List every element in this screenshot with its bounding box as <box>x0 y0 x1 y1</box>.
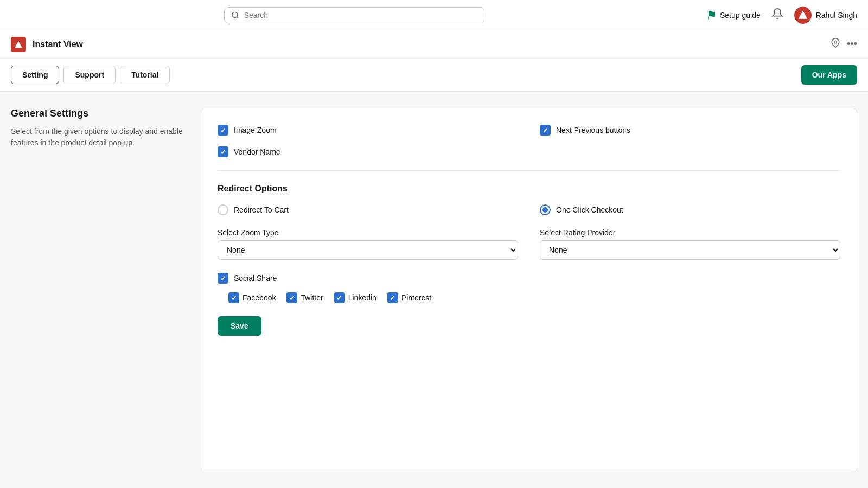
notification-bell[interactable] <box>771 8 783 22</box>
image-zoom-checkbox[interactable] <box>218 125 228 136</box>
top-navigation: Setup guide Rahul Singh <box>0 0 868 30</box>
setup-guide-label: Setup guide <box>720 11 761 20</box>
search-bar[interactable] <box>224 7 484 23</box>
our-apps-button[interactable]: Our Apps <box>801 65 857 85</box>
vendor-name-checkbox[interactable] <box>218 146 228 157</box>
linkedin-label: Linkedin <box>348 293 376 302</box>
social-share-section: Social Share Facebook Twitter Linkedin <box>218 273 840 303</box>
svg-marker-3 <box>798 10 807 18</box>
general-checkboxes: Image Zoom Next Previous buttons Vendor … <box>218 125 840 157</box>
more-options-icon[interactable]: ••• <box>847 38 857 50</box>
radio-redirect-cart[interactable]: Redirect To Cart <box>218 204 518 215</box>
pin-icon[interactable] <box>831 38 840 50</box>
tab-setting[interactable]: Setting <box>11 66 59 84</box>
zoom-type-label: Select Zoom Type <box>218 228 518 237</box>
social-share-toggle[interactable]: Social Share <box>218 273 840 284</box>
one-click-checkout-label: One Click Checkout <box>556 206 623 214</box>
pinterest-checkbox[interactable] <box>387 292 398 303</box>
zoom-type-group: Select Zoom Type None Inner Zoom Lens Zo… <box>218 228 518 260</box>
radio-one-click[interactable]: One Click Checkout <box>540 204 840 215</box>
panel-title: General Settings <box>11 108 184 119</box>
user-name: Rahul Singh <box>816 11 857 20</box>
select-fields: Select Zoom Type None Inner Zoom Lens Zo… <box>218 228 840 260</box>
checkbox-vendor-name[interactable]: Vendor Name <box>218 146 518 157</box>
zoom-type-select[interactable]: None Inner Zoom Lens Zoom <box>218 240 518 260</box>
one-click-checkout-radio[interactable] <box>540 204 551 215</box>
app-logo <box>11 37 26 52</box>
pinterest-label: Pinterest <box>401 293 431 302</box>
save-button[interactable]: Save <box>218 316 261 336</box>
social-platforms: Facebook Twitter Linkedin Pinterest <box>218 292 840 303</box>
next-prev-label: Next Previous buttons <box>556 126 630 134</box>
main-content: General Settings Select from the given o… <box>0 92 868 488</box>
social-share-label: Social Share <box>234 274 277 282</box>
redirect-cart-label: Redirect To Cart <box>234 206 289 214</box>
rating-provider-label: Select Rating Provider <box>540 228 840 237</box>
facebook-label: Facebook <box>242 293 276 302</box>
twitter-checkbox[interactable] <box>286 292 297 303</box>
facebook-checkbox[interactable] <box>228 292 239 303</box>
image-zoom-label: Image Zoom <box>234 126 277 134</box>
svg-line-1 <box>237 16 239 18</box>
panel-description: Select from the given options to display… <box>11 126 184 149</box>
user-menu[interactable]: Rahul Singh <box>794 7 857 24</box>
linkedin-checkbox[interactable] <box>334 292 345 303</box>
rating-provider-select[interactable]: None Yotpo Judge.me Stamped.io <box>540 240 840 260</box>
sub-header: Instant View ••• <box>0 30 868 59</box>
redirect-cart-radio[interactable] <box>218 204 228 215</box>
tab-tutorial[interactable]: Tutorial <box>120 66 170 84</box>
nav-right: Setup guide Rahul Singh <box>707 7 857 24</box>
pinterest-option[interactable]: Pinterest <box>387 292 431 303</box>
checkbox-next-prev[interactable]: Next Previous buttons <box>540 125 840 136</box>
redirect-options: Redirect To Cart One Click Checkout <box>218 204 840 215</box>
search-icon <box>231 11 239 20</box>
search-input[interactable] <box>244 11 478 20</box>
divider <box>218 170 840 171</box>
flag-icon <box>707 10 717 20</box>
twitter-option[interactable]: Twitter <box>286 292 323 303</box>
svg-point-5 <box>834 41 837 43</box>
rating-provider-group: Select Rating Provider None Yotpo Judge.… <box>540 228 840 260</box>
app-title: Instant View <box>33 40 83 49</box>
vendor-name-label: Vendor Name <box>234 147 280 156</box>
sub-header-actions: ••• <box>831 38 857 50</box>
tabs-bar: Setting Support Tutorial Our Apps <box>0 59 868 92</box>
social-share-checkbox[interactable] <box>218 273 228 284</box>
facebook-option[interactable]: Facebook <box>228 292 276 303</box>
avatar <box>794 7 812 24</box>
svg-point-0 <box>232 12 238 17</box>
left-panel: General Settings Select from the given o… <box>11 108 184 472</box>
checkbox-image-zoom[interactable]: Image Zoom <box>218 125 518 136</box>
right-panel: Image Zoom Next Previous buttons Vendor … <box>201 108 857 472</box>
next-prev-checkbox[interactable] <box>540 125 551 136</box>
svg-marker-4 <box>15 41 22 48</box>
redirect-section: Redirect Options Redirect To Cart One Cl… <box>218 184 840 215</box>
setup-guide-link[interactable]: Setup guide <box>707 10 761 20</box>
twitter-label: Twitter <box>301 293 323 302</box>
tab-support[interactable]: Support <box>63 66 116 84</box>
linkedin-option[interactable]: Linkedin <box>334 292 376 303</box>
redirect-title: Redirect Options <box>218 184 840 194</box>
